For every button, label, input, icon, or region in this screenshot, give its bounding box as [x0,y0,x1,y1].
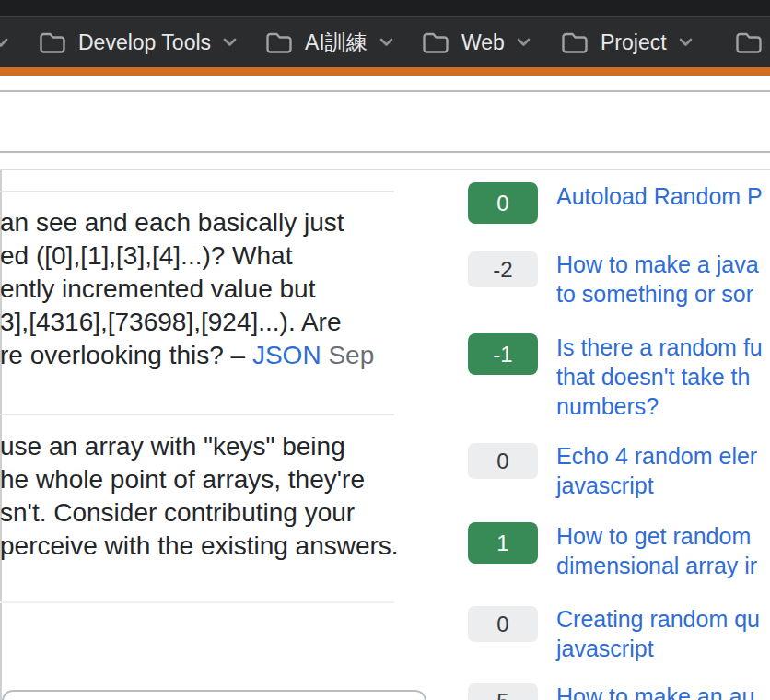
related-question-link[interactable]: Is there a random fu that doesn't take t… [556,332,770,421]
comment-text-line: an see and each basically just [0,206,433,239]
related-question-row: 0 Creating random qu javascript [468,604,770,663]
related-question-link[interactable]: Creating random qu javascript [556,604,770,663]
add-comment-input[interactable] [2,690,426,700]
vote-count-badge: 5 [468,683,538,700]
comment-text: re overlooking this? – [0,341,252,369]
related-questions-list: 0 Autoload Random P -2 How to make a jav… [468,0,770,700]
chevron-down-icon [223,38,237,47]
bookmark-item-ai-training[interactable]: AI訓練 [265,17,393,68]
comment-text-line: re overlooking this? – JSON Sep [0,339,433,372]
bookmark-label: AI訓練 [305,29,368,57]
comment-divider [0,191,394,192]
comment: use an array with "keys" being he whole … [0,430,433,563]
comment-divider [0,414,394,415]
comment-timestamp: Sep [328,341,374,369]
related-question-link[interactable]: Echo 4 random eler javascript [556,441,770,500]
vote-count-badge: 1 [468,522,538,564]
comment-text-line: he whole point of arrays, they're [0,463,433,496]
related-question-link[interactable]: How to get random dimensional array ir [556,521,770,580]
comment-text-line: perceive with the existing answers. [0,530,433,563]
browser-window: Develop Tools AI訓練 Web [0,0,770,700]
comment-text-line: 3],[4316],[73698],[924]...). Are [0,306,433,339]
chevron-down-icon [0,38,8,48]
vote-count-badge: -1 [468,333,538,375]
related-question-link[interactable]: Autoload Random P [556,181,770,211]
vote-count-badge: 0 [468,443,538,479]
comment-text-line: sn't. Consider contributing your [0,496,433,530]
vote-count-badge: -2 [468,251,538,287]
vote-count-badge: 0 [468,606,538,642]
folder-icon [39,31,66,54]
related-question-row: 0 Echo 4 random eler javascript [468,441,770,500]
bookmark-label: Develop Tools [78,30,211,55]
vote-count-badge: 0 [468,182,538,224]
related-question-row: 1 How to get random dimensional array ir [468,521,770,580]
bookmark-item-develop-tools[interactable]: Develop Tools [39,17,237,68]
comment-author-link[interactable]: JSON [252,341,321,369]
comment-text-line: use an array with "keys" being [0,430,433,463]
folder-icon [265,31,293,54]
related-question-row: 0 Autoload Random P [468,181,770,211]
related-question-row: 5 How to make an au [468,682,770,700]
comment-text-line: ed ([0],[1],[3],[4]...)? What [0,239,433,273]
comment-divider [0,601,394,603]
comment-text-line: ently incremented value but [0,273,433,306]
chevron-down-icon [379,38,393,47]
related-question-row: -1 Is there a random fu that doesn't tak… [468,332,770,421]
comment: an see and each basically just ed ([0],[… [0,206,433,372]
related-question-row: -2 How to make a java to something or so… [468,250,770,309]
related-question-link[interactable]: How to make an au [556,682,770,700]
folder-icon [422,31,449,54]
related-question-link[interactable]: How to make a java to something or sor [556,250,770,309]
bookmark-item-partial-left[interactable] [0,17,8,68]
